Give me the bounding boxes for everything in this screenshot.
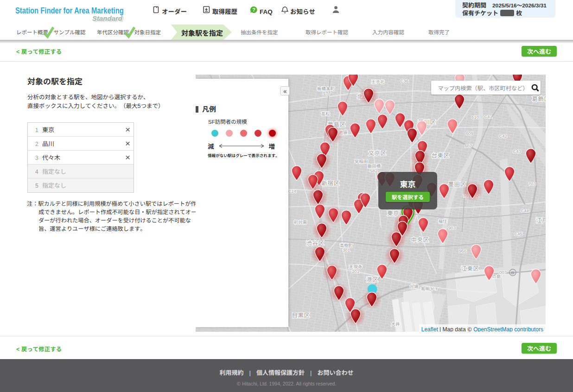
svg-text:C36: C36 xyxy=(400,77,408,84)
svg-text:903: 903 xyxy=(448,224,456,231)
svg-text:C24: C24 xyxy=(288,188,296,194)
svg-text:C41: C41 xyxy=(484,113,492,120)
svg-text:?: ? xyxy=(252,7,255,13)
svg-text:王子北: 王子北 xyxy=(371,78,385,85)
svg-text:610: 610 xyxy=(471,114,479,120)
svg-text:江戸川区: 江戸川区 xyxy=(536,215,546,224)
svg-text:台東区: 台東区 xyxy=(431,151,449,159)
svg-text:703: 703 xyxy=(528,180,536,187)
svg-text:577: 577 xyxy=(323,90,331,96)
svg-text:文京区: 文京区 xyxy=(368,148,386,157)
svg-text:C44: C44 xyxy=(521,207,528,214)
svg-text:607: 607 xyxy=(465,142,472,149)
svg-text:中央区: 中央区 xyxy=(411,235,429,244)
svg-text:609: 609 xyxy=(466,130,473,136)
svg-text:301: 301 xyxy=(343,247,350,253)
svg-text:初台南: 初台南 xyxy=(294,219,307,225)
svg-text:C42: C42 xyxy=(499,133,507,139)
svg-text:B: B xyxy=(511,270,515,275)
svg-text:福住: 福住 xyxy=(438,218,447,224)
svg-text:早稲田: 早稲田 xyxy=(355,158,368,164)
svg-text:新宿区: 新宿区 xyxy=(321,178,339,187)
svg-text:007: 007 xyxy=(499,269,507,275)
svg-text:目黒区: 目黒区 xyxy=(292,310,310,319)
svg-text:582: 582 xyxy=(370,167,377,174)
svg-text:港区: 港区 xyxy=(366,275,378,284)
svg-text:有明JCT: 有明JCT xyxy=(421,285,438,292)
svg-text:C43: C43 xyxy=(513,148,521,154)
svg-text:201: 201 xyxy=(352,268,359,274)
svg-text:台場: 台場 xyxy=(409,283,419,290)
svg-text:江東区: 江東区 xyxy=(461,264,479,272)
svg-text:高松: 高松 xyxy=(321,110,330,117)
svg-text:葛飾区: 葛飾区 xyxy=(532,94,546,103)
svg-text:大井: 大井 xyxy=(391,321,400,327)
svg-text:C45: C45 xyxy=(514,230,522,237)
svg-text:966: 966 xyxy=(459,247,466,254)
